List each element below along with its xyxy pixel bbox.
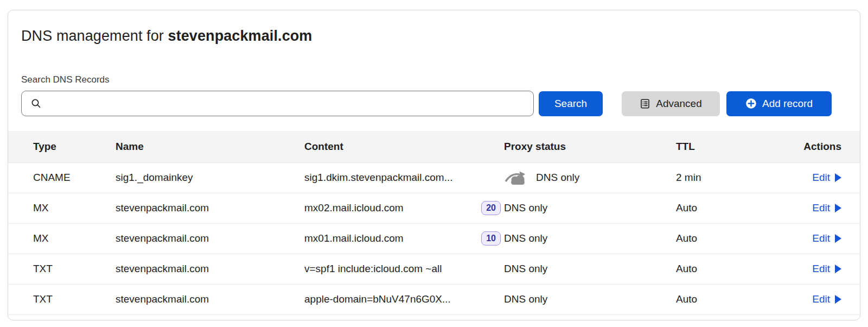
advanced-button-label: Advanced (656, 98, 702, 109)
search-input[interactable] (21, 91, 534, 116)
table-row: MXstevenpackmail.commx02.mail.icloud.com… (8, 193, 860, 223)
column-header-proxy-status: Proxy status (504, 131, 676, 162)
page-title-domain: stevenpackmail.com (168, 28, 312, 44)
proxy-status-cell: DNS only (504, 193, 676, 223)
proxy-status-cell: DNS only (504, 162, 676, 193)
dns-only-cloud-icon (504, 170, 527, 185)
table-row: CNAMEsig1._domainkeysig1.dkim.stevenpack… (8, 162, 860, 193)
search-box (21, 91, 534, 116)
advanced-button[interactable]: Advanced (622, 91, 720, 116)
caret-right-icon (835, 204, 841, 212)
record-content: mx01.mail.icloud.com10 (304, 223, 504, 254)
record-actions: Edit (755, 162, 860, 193)
proxy-status-cell: DNS only (504, 254, 676, 284)
proxy-status-cell: DNS only (504, 284, 676, 315)
edit-link[interactable]: Edit (812, 172, 841, 184)
record-name: stevenpackmail.com (116, 284, 304, 315)
record-type: CNAME (8, 162, 116, 193)
add-record-button[interactable]: Add record (726, 91, 832, 116)
record-actions: Edit (755, 223, 860, 254)
search-label: Search DNS Records (21, 73, 860, 86)
record-content: v=spf1 include:icloud.com ~all (304, 254, 504, 284)
table-header: TypeNameContentProxy statusTTLActions (8, 131, 860, 162)
page-title: DNS management for stevenpackmail.com (21, 27, 860, 45)
edit-link-label: Edit (812, 172, 830, 184)
edit-link[interactable]: Edit (812, 202, 841, 214)
search-button[interactable]: Search (539, 91, 603, 116)
record-content: mx02.mail.icloud.com20 (304, 193, 504, 223)
record-actions: Edit (755, 254, 860, 284)
priority-badge: 10 (481, 231, 501, 246)
record-content-text: v=spf1 include:icloud.com ~all (304, 263, 442, 275)
proxy-status-cell: DNS only (504, 223, 676, 254)
caret-right-icon (835, 234, 841, 243)
dns-management-card: DNS management for stevenpackmail.com Se… (8, 10, 860, 320)
edit-link-label: Edit (812, 263, 830, 275)
record-content-text: apple-domain=bNuV47n6G0X... (304, 293, 451, 305)
edit-link[interactable]: Edit (812, 232, 841, 244)
record-ttl: Auto (676, 193, 755, 223)
record-content: sig1.dkim.stevenpackmail.com... (304, 162, 504, 193)
plus-circle-icon (745, 98, 757, 109)
record-actions: Edit (755, 284, 860, 315)
column-header-actions: Actions (755, 131, 860, 162)
dns-toolbar: Search Advanced Add record (21, 91, 860, 116)
record-type: TXT (8, 254, 116, 284)
record-name: stevenpackmail.com (116, 254, 304, 284)
edit-link-label: Edit (812, 232, 830, 244)
table-row: MXstevenpackmail.commx01.mail.icloud.com… (8, 223, 860, 254)
column-header-ttl: TTL (676, 131, 755, 162)
record-actions: Edit (755, 193, 860, 223)
column-header-content: Content (304, 131, 504, 162)
list-icon (640, 98, 650, 109)
record-ttl: Auto (676, 254, 755, 284)
table-row: TXTstevenpackmail.comv=spf1 include:iclo… (8, 254, 860, 284)
page-title-prefix: DNS management for (21, 28, 168, 44)
edit-link[interactable]: Edit (812, 293, 841, 305)
edit-link[interactable]: Edit (812, 263, 841, 275)
record-ttl: Auto (676, 284, 755, 315)
column-header-type: Type (8, 131, 116, 162)
record-ttl: Auto (676, 223, 755, 254)
record-content-text: sig1.dkim.stevenpackmail.com... (304, 172, 453, 184)
record-type: MX (8, 223, 116, 254)
record-name: stevenpackmail.com (116, 193, 304, 223)
edit-link-label: Edit (812, 293, 830, 305)
proxy-status-text: DNS only (504, 263, 547, 275)
dns-records-table: TypeNameContentProxy statusTTLActions CN… (8, 131, 860, 315)
priority-badge: 20 (481, 201, 501, 215)
column-header-name: Name (116, 131, 304, 162)
proxy-status-text: DNS only (536, 172, 579, 184)
record-ttl: 2 min (676, 162, 755, 193)
add-record-button-label: Add record (762, 98, 813, 109)
edit-link-label: Edit (812, 202, 830, 214)
record-content-text: mx01.mail.icloud.com (304, 232, 404, 244)
caret-right-icon (835, 173, 841, 182)
record-type: MX (8, 193, 116, 223)
record-type: TXT (8, 284, 116, 315)
caret-right-icon (835, 295, 841, 304)
proxy-status-text: DNS only (504, 232, 547, 244)
record-name: stevenpackmail.com (116, 223, 304, 254)
table-row: TXTstevenpackmail.comapple-domain=bNuV47… (8, 284, 860, 315)
proxy-status-text: DNS only (504, 293, 547, 305)
record-content: apple-domain=bNuV47n6G0X... (304, 284, 504, 315)
caret-right-icon (835, 265, 841, 273)
record-name: sig1._domainkey (116, 162, 304, 193)
proxy-status-text: DNS only (504, 202, 547, 214)
record-content-text: mx02.mail.icloud.com (304, 202, 404, 214)
